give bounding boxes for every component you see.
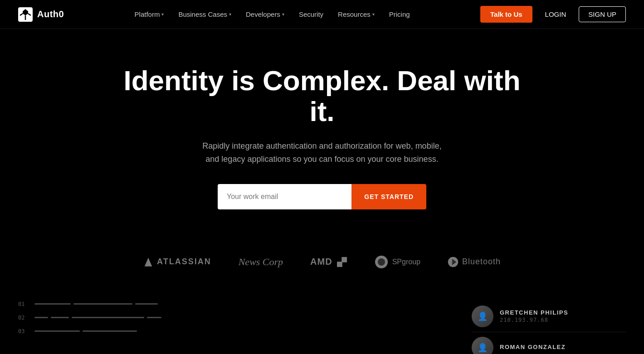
email-form: GET STARTED [218,184,426,209]
hero-title: Identity is Complex. Deal with it. [118,65,526,127]
chart-num-2: 02 [18,315,27,321]
bluetooth-label: Bluetooth [462,257,501,267]
logos-section: ATLASSIAN News Corp AMD SPgroup Bluetoot… [0,237,644,287]
chevron-down-icon: ▾ [372,12,375,17]
avatar-roman: 👤 [472,337,493,354]
chart-bar [51,317,69,318]
chart-row-2: 02 [18,315,454,321]
avatar-gretchen: 👤 [472,306,493,327]
activity-info-2: ROMAN GONZALEZ [500,344,566,351]
spgroup-logo: SPgroup [374,255,420,269]
nav-security[interactable]: Security [293,7,330,22]
nav-actions: Talk to Us LOGIN SIGN UP [480,6,626,23]
navbar: Auth0 Platform ▾ Business Cases ▾ Develo… [0,0,644,29]
svg-point-5 [378,258,385,266]
chevron-down-icon: ▾ [229,12,231,17]
signup-button[interactable]: SIGN UP [579,6,626,22]
atlassian-label: ATLASSIAN [157,257,211,267]
chart-bar [34,317,48,318]
chart-bar [72,317,144,318]
activity-ip-1: 210.193.97.68 [500,317,568,323]
bluetooth-logo: Bluetooth [448,255,501,269]
chart-num-3: 03 [18,328,27,335]
activity-name-2: ROMAN GONZALEZ [500,344,566,350]
nav-platform[interactable]: Platform ▾ [128,7,171,22]
chart-bars-1 [34,303,158,305]
chevron-down-icon: ▾ [161,12,164,17]
chart-bar [135,303,158,305]
chart-area: 01 02 03 [18,296,454,354]
chart-bar [73,303,132,305]
nav-developers[interactable]: Developers ▾ [239,7,291,22]
chart-bar [34,303,71,305]
bottom-section: 01 02 03 � [0,296,644,354]
chart-bar [147,317,161,318]
chart-bars-2 [34,317,161,318]
newscorp-logo: News Corp [239,256,283,268]
get-started-button[interactable]: GET STARTED [351,184,426,209]
svg-rect-3 [337,262,342,267]
newscorp-label: News Corp [239,256,283,268]
nav-pricing[interactable]: Pricing [383,7,416,22]
chart-num-1: 01 [18,301,27,307]
chart-bars-3 [34,330,137,332]
svg-rect-2 [342,257,347,262]
activity-panel: 👤 GRETCHEN PHILIPS 210.193.97.68 👤 ROMAN… [472,296,626,354]
logo-text: Auth0 [37,9,64,19]
hero-subtitle: Rapidly integrate authentication and aut… [202,140,441,166]
activity-item-2: 👤 ROMAN GONZALEZ [472,332,626,354]
talk-to-us-button[interactable]: Talk to Us [480,6,532,23]
nav-resources[interactable]: Resources ▾ [332,7,381,22]
amd-logo: AMD [310,257,347,267]
amd-label: AMD [310,257,332,267]
logo[interactable]: Auth0 [18,7,64,22]
atlassian-logo: ATLASSIAN [143,257,211,267]
chart-bar [34,330,80,332]
chart-row-1: 01 [18,301,454,307]
chart-bar [83,330,137,332]
nav-business-cases[interactable]: Business Cases ▾ [172,7,238,22]
chart-row-3: 03 [18,328,454,335]
spgroup-label: SPgroup [392,258,420,266]
nav-links: Platform ▾ Business Cases ▾ Developers ▾… [128,7,416,22]
email-input[interactable] [218,184,351,209]
activity-info-1: GRETCHEN PHILIPS 210.193.97.68 [500,309,568,323]
activity-name-1: GRETCHEN PHILIPS [500,309,568,316]
activity-item-1: 👤 GRETCHEN PHILIPS 210.193.97.68 [472,301,626,332]
svg-marker-1 [145,257,152,266]
login-button[interactable]: LOGIN [538,7,574,22]
chevron-down-icon: ▾ [282,12,284,17]
hero-section: Identity is Complex. Deal with it. Rapid… [0,29,644,237]
